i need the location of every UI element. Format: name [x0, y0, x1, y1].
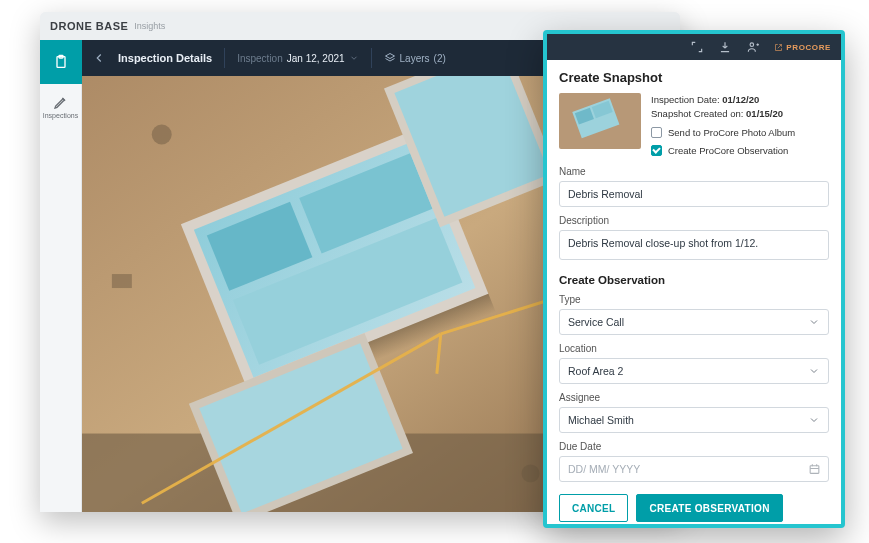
download-icon[interactable] [718, 40, 732, 54]
snapshot-thumbnail[interactable] [559, 93, 641, 149]
chevron-down-icon [808, 365, 820, 377]
page-title: Inspection Details [118, 52, 212, 64]
checkbox-icon [651, 127, 662, 138]
layers-count: (2) [434, 53, 446, 64]
back-button[interactable] [92, 51, 106, 65]
pencil-icon [53, 94, 69, 110]
svg-rect-27 [810, 466, 819, 474]
location-label: Location [559, 343, 829, 354]
svg-point-19 [522, 464, 540, 482]
divider [371, 48, 372, 68]
external-link-icon [774, 43, 783, 52]
layers-label: Layers [400, 53, 430, 64]
svg-point-17 [152, 125, 172, 145]
chevron-down-icon [808, 414, 820, 426]
layers-chip[interactable]: Layers (2) [384, 52, 446, 64]
snapshot-panel: PROCORE Create Snapshot In [543, 30, 845, 528]
description-label: Description [559, 215, 829, 226]
svg-rect-20 [112, 274, 132, 288]
cancel-button[interactable]: Cancel [559, 494, 628, 522]
expand-icon[interactable] [690, 40, 704, 54]
name-label: Name [559, 166, 829, 177]
type-select[interactable]: Service Call [559, 309, 829, 335]
snapshot-meta: Inspection Date: 01/12/20 Snapshot Creat… [651, 93, 795, 158]
create-observation-button[interactable]: Create Observation [636, 494, 782, 522]
name-input[interactable]: Debris Removal [559, 181, 829, 207]
panel-title: Create Snapshot [559, 70, 829, 85]
chip-meta: Inspection [237, 53, 283, 64]
panel-toolbar: PROCORE [547, 34, 841, 60]
procore-badge[interactable]: PROCORE [774, 43, 831, 52]
chevron-down-icon [808, 316, 820, 328]
rail-item-inspections[interactable]: Inspections [40, 84, 82, 128]
brand-sub: Insights [134, 21, 165, 31]
layers-icon [384, 52, 396, 64]
side-rail: Inspections [40, 40, 82, 512]
due-date-input[interactable]: DD/ MM/ YYYY [559, 456, 829, 482]
checkbox-checked-icon [651, 145, 662, 156]
create-observation-checkbox[interactable]: Create ProCore Observation [651, 144, 795, 158]
location-select[interactable]: Roof Area 2 [559, 358, 829, 384]
assignee-select[interactable]: Michael Smith [559, 407, 829, 433]
calendar-icon [808, 463, 821, 476]
rail-item-label: Inspections [43, 112, 78, 119]
due-date-label: Due Date [559, 441, 829, 452]
chevron-down-icon [349, 53, 359, 63]
divider [224, 48, 225, 68]
inspection-date-chip[interactable]: Inspection Jan 12, 2021 [237, 53, 358, 64]
observation-section-title: Create Observation [559, 274, 829, 286]
send-procore-checkbox[interactable]: Send to ProCore Photo Album [651, 126, 795, 140]
assignee-label: Assignee [559, 392, 829, 403]
description-input[interactable]: Debris Removal close-up shot from 1/12. [559, 230, 829, 260]
arrow-left-icon [92, 51, 106, 65]
type-label: Type [559, 294, 829, 305]
rail-item-dashboard[interactable] [40, 40, 82, 84]
svg-point-22 [750, 43, 754, 47]
add-user-icon[interactable] [746, 40, 760, 54]
chip-date: Jan 12, 2021 [287, 53, 345, 64]
brand-name: DRONE BASE [50, 20, 128, 32]
clipboard-icon [53, 54, 69, 70]
